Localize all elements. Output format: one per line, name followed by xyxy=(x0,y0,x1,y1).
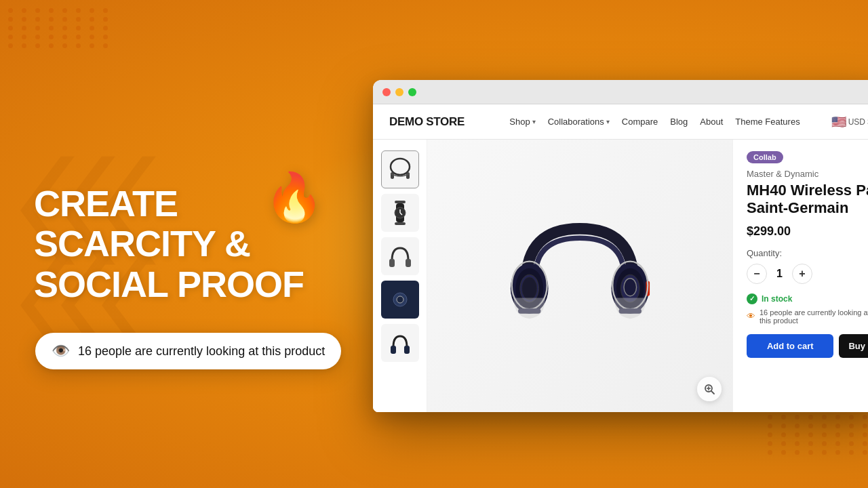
product-details-panel: Collab Master & Dynamic MH40 Wireless Pa… xyxy=(732,140,868,412)
in-stock-icon: ✓ xyxy=(747,293,757,304)
svg-rect-8 xyxy=(406,172,410,179)
nav-item-theme-features[interactable]: Theme Features xyxy=(735,117,800,127)
product-thumbnail-1[interactable] xyxy=(381,150,419,188)
traffic-light-yellow[interactable] xyxy=(395,88,403,96)
store-nav: DEMO STORE Shop ▾ Collaborations ▾ Compa… xyxy=(373,104,868,140)
svg-point-33 xyxy=(624,279,637,296)
svg-point-19 xyxy=(397,296,403,303)
main-heading: CREATE SCARCITY & SOCIAL PROOF xyxy=(34,184,304,304)
chevron-down-icon: ▾ xyxy=(532,118,536,125)
product-thumbnail-3[interactable] xyxy=(381,237,419,275)
currency-label: USD $ xyxy=(848,117,868,127)
svg-point-34 xyxy=(522,277,537,300)
svg-rect-16 xyxy=(406,259,411,267)
nav-currency-selector[interactable]: 🇺🇸 USD $ xyxy=(821,115,868,129)
nav-item-blog[interactable]: Blog xyxy=(670,117,688,127)
buy-now-button[interactable]: Buy xyxy=(839,334,868,358)
product-thumbnails xyxy=(373,140,427,412)
quantity-label: Quantity: xyxy=(747,248,868,258)
nav-items: Shop ▾ Collaborations ▾ Compare Blog Abo… xyxy=(509,115,868,129)
quantity-value: 1 xyxy=(776,268,783,280)
action-buttons: Add to cart Buy xyxy=(747,334,868,358)
flame-emoji: 🔥 xyxy=(264,169,323,225)
decorative-dots-top-left xyxy=(0,0,108,81)
chevron-down-icon: ▾ xyxy=(606,118,610,125)
product-thumbnail-2[interactable] xyxy=(381,194,419,232)
brand-name: Master & Dynamic xyxy=(747,169,868,179)
nav-item-collaborations[interactable]: Collaborations ▾ xyxy=(548,117,610,127)
store-content: Collab Master & Dynamic MH40 Wireless Pa… xyxy=(373,140,868,412)
left-content-area: CREATE SCARCITY & SOCIAL PROOF xyxy=(34,184,304,304)
product-thumbnail-4[interactable] xyxy=(381,281,419,319)
decorative-dots-bottom-right xyxy=(760,407,868,488)
traffic-light-red[interactable] xyxy=(382,88,391,96)
svg-line-36 xyxy=(711,391,714,394)
nav-item-compare[interactable]: Compare xyxy=(622,117,658,127)
product-image-main xyxy=(427,140,732,412)
add-to-cart-button[interactable]: Add to cart xyxy=(747,334,833,358)
headphone-product-image xyxy=(492,188,668,364)
svg-rect-20 xyxy=(391,346,396,354)
store-logo: DEMO STORE xyxy=(389,115,465,129)
in-stock-indicator: ✓ In stock xyxy=(747,293,868,304)
traffic-lights xyxy=(382,88,416,96)
browser-titlebar xyxy=(373,80,868,104)
quantity-control: − 1 + xyxy=(747,264,868,284)
svg-rect-15 xyxy=(389,259,395,267)
product-price: $299.00 xyxy=(747,224,868,239)
svg-rect-14 xyxy=(395,222,406,225)
quantity-decrease-button[interactable]: − xyxy=(747,264,767,284)
tooltip-eye-icon: 👁️ xyxy=(52,342,70,360)
svg-point-6 xyxy=(391,159,410,175)
zoom-button[interactable] xyxy=(697,377,722,401)
eye-icon: 👁 xyxy=(747,311,755,321)
social-proof-tooltip: 👁️ 16 people are currently looking at th… xyxy=(35,333,341,369)
collab-badge: Collab xyxy=(747,151,783,163)
svg-rect-7 xyxy=(391,172,394,179)
quantity-increase-button[interactable]: + xyxy=(792,264,812,284)
nav-item-about[interactable]: About xyxy=(700,117,723,127)
tooltip-message: 16 people are currently looking at this … xyxy=(78,344,325,359)
product-title: MH40 Wireless Pa Saint-Germain xyxy=(747,182,868,218)
svg-rect-13 xyxy=(395,201,406,203)
browser-window: DEMO STORE Shop ▾ Collaborations ▾ Compa… xyxy=(373,80,868,412)
product-thumbnail-5[interactable] xyxy=(381,324,419,362)
svg-rect-21 xyxy=(404,346,410,354)
flag-icon: 🇺🇸 xyxy=(831,115,846,129)
traffic-light-green[interactable] xyxy=(408,88,416,96)
nav-item-shop[interactable]: Shop ▾ xyxy=(509,117,535,127)
social-proof-row: 👁 16 people are currently looking at thi… xyxy=(747,308,868,325)
